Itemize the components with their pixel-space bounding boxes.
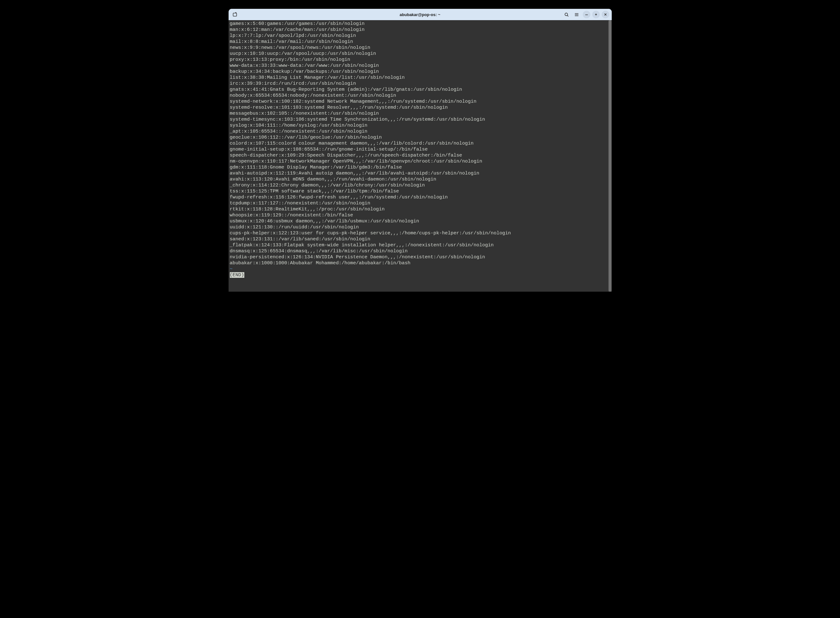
terminal-line: nm-openvpn:x:110:117:NetworkManager Open… xyxy=(230,159,610,165)
terminal-line: gnats:x:41:41:Gnats Bug-Reporting System… xyxy=(230,87,610,93)
terminal-line: abubakar:x:1000:1000:Abubakar Mohammed:/… xyxy=(230,260,610,266)
terminal-line: tcpdump:x:117:127::/nonexistent:/usr/sbi… xyxy=(230,201,610,206)
terminal-line: list:x:38:38:Mailing List Manager:/var/l… xyxy=(230,75,610,81)
svg-rect-0 xyxy=(233,13,236,16)
maximize-icon xyxy=(594,13,598,16)
close-button[interactable] xyxy=(601,11,609,18)
terminal-line: uuidd:x:121:130::/run/uuidd:/usr/sbin/no… xyxy=(230,224,610,230)
minimize-icon xyxy=(585,13,588,16)
terminal-line: avahi:x:113:120:Avahi mDNS daemon,,,:/ru… xyxy=(230,177,610,183)
terminal-line: cups-pk-helper:x:122:123:user for cups-p… xyxy=(230,230,610,236)
terminal-line: _flatpak:x:124:133:Flatpak system-wide i… xyxy=(230,242,610,248)
terminal-line: man:x:6:12:man:/var/cache/man:/usr/sbin/… xyxy=(230,27,610,33)
terminal-line: syslog:x:104:111::/home/syslog:/usr/sbin… xyxy=(230,123,610,129)
terminal-line: games:x:5:60:games:/usr/games:/usr/sbin/… xyxy=(230,21,610,27)
svg-line-4 xyxy=(567,15,568,16)
terminal-line: usbmux:x:120:46:usbmux daemon,,,:/var/li… xyxy=(230,218,610,224)
scrollbar-track[interactable] xyxy=(608,20,612,292)
terminal-line: backup:x:34:34:backup:/var/backups:/usr/… xyxy=(230,69,610,75)
pager-end-marker: (END) xyxy=(230,272,244,278)
terminal-line: colord:x:107:115:colord colour managemen… xyxy=(230,141,610,147)
terminal-line: saned:x:123:131::/var/lib/saned:/usr/sbi… xyxy=(230,236,610,242)
terminal-line: whoopsie:x:119:129::/nonexistent:/bin/fa… xyxy=(230,212,610,218)
terminal-line: news:x:9:9:news:/var/spool/news:/usr/sbi… xyxy=(230,45,610,51)
terminal-line: speech-dispatcher:x:109:29:Speech Dispat… xyxy=(230,153,610,159)
maximize-button[interactable] xyxy=(592,11,600,18)
terminal-line: systemd-network:x:100:102:systemd Networ… xyxy=(230,99,610,105)
menu-button[interactable] xyxy=(573,10,581,19)
terminal-line: systemd-timesync:x:103:106:systemd Time … xyxy=(230,117,610,123)
close-icon xyxy=(604,13,607,16)
terminal-line: gnome-initial-setup:x:108:65534::/run/gn… xyxy=(230,147,610,153)
minimize-button[interactable] xyxy=(583,11,590,18)
terminal-line: _chrony:x:114:122:Chrony daemon,,,:/var/… xyxy=(230,183,610,189)
terminal-line: proxy:x:13:13:proxy:/bin:/usr/sbin/nolog… xyxy=(230,57,610,63)
terminal-window: abubakar@pop-os: ~ xyxy=(228,9,612,292)
terminal-line: uucp:x:10:10:uucp:/var/spool/uucp:/usr/s… xyxy=(230,51,610,57)
scrollbar-thumb[interactable] xyxy=(609,20,612,292)
terminal-body[interactable]: games:x:5:60:games:/usr/games:/usr/sbin/… xyxy=(228,20,612,292)
search-button[interactable] xyxy=(563,10,571,19)
terminal-line: fwupd-refresh:x:116:126:fwupd-refresh us… xyxy=(230,195,610,201)
search-icon xyxy=(564,12,569,17)
new-tab-icon xyxy=(233,12,238,17)
terminal-line: systemd-resolve:x:101:103:systemd Resolv… xyxy=(230,105,610,111)
terminal-line: dnsmasq:x:125:65534:dnsmasq,,,:/var/lib/… xyxy=(230,248,610,254)
hamburger-menu-icon xyxy=(574,12,579,17)
terminal-line: _apt:x:105:65534::/nonexistent:/usr/sbin… xyxy=(230,129,610,135)
window-title: abubakar@pop-os: ~ xyxy=(228,12,612,17)
vim-tilde: ~ xyxy=(230,266,610,272)
terminal-line: tss:x:115:125:TPM software stack,,,:/var… xyxy=(230,189,610,195)
terminal-line: lp:x:7:7:lp:/var/spool/lpd:/usr/sbin/nol… xyxy=(230,33,610,39)
terminal-line: www-data:x:33:33:www-data:/var/www:/usr/… xyxy=(230,63,610,69)
terminal-line: avahi-autoipd:x:112:119:Avahi autoip dae… xyxy=(230,171,610,177)
terminal-line: messagebus:x:102:105::/nonexistent:/usr/… xyxy=(230,111,610,117)
terminal-line: geoclue:x:106:112::/var/lib/geoclue:/usr… xyxy=(230,135,610,141)
titlebar[interactable]: abubakar@pop-os: ~ xyxy=(228,9,612,20)
terminal-line: nobody:x:65534:65534:nobody:/nonexistent… xyxy=(230,93,610,99)
terminal-line: gdm:x:111:118:Gnome Display Manager:/var… xyxy=(230,165,610,171)
terminal-line: nvidia-persistenced:x:126:134:NVIDIA Per… xyxy=(230,254,610,260)
new-tab-button[interactable] xyxy=(231,10,239,19)
terminal-output: games:x:5:60:games:/usr/games:/usr/sbin/… xyxy=(230,21,610,266)
terminal-line: mail:x:8:8:mail:/var/mail:/usr/sbin/nolo… xyxy=(230,39,610,45)
svg-point-3 xyxy=(565,13,567,15)
terminal-line: rtkit:x:118:128:RealtimeKit,,,:/proc:/us… xyxy=(230,206,610,212)
terminal-line: irc:x:39:39:ircd:/run/ircd:/usr/sbin/nol… xyxy=(230,81,610,87)
